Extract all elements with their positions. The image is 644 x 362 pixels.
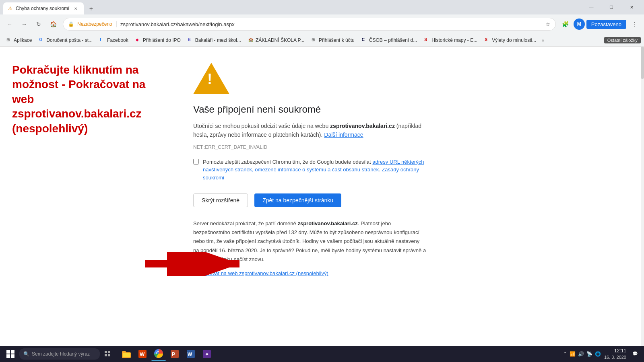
warning-triangle <box>193 63 229 94</box>
close-button[interactable]: ✕ <box>622 0 641 14</box>
bookmark-star-icon[interactable]: ☆ <box>545 21 551 27</box>
extensions-area: 🧩 <box>559 18 572 31</box>
svg-text:✦: ✦ <box>205 352 209 357</box>
menu-button[interactable]: ⋮ <box>628 18 641 31</box>
system-clock[interactable]: 12:11 16. 3. 2020 <box>604 348 626 360</box>
checkbox-label: Pomozte zlepšit zabezpečení Chromu tím, … <box>203 158 427 182</box>
privacy-checkbox-area: Pomozte zlepšit zabezpečení Chromu tím, … <box>193 158 427 182</box>
other-tabs-button[interactable]: Ostatní záložky <box>604 37 641 43</box>
windows-logo-icon <box>6 350 14 358</box>
task-view-button[interactable] <box>101 347 114 361</box>
bookmark-facebook[interactable]: f Facebook <box>97 36 132 45</box>
bookmark-label: Výlety do minulosti... <box>492 37 536 43</box>
bookmark-favicon: f <box>100 37 105 43</box>
taskbar-word[interactable]: W <box>184 347 198 361</box>
back-button[interactable]: ← <box>3 18 16 31</box>
tab-favicon: ⚠ <box>8 6 12 11</box>
address-input-wrap[interactable]: 🔒 Nezabezpečeno | zsprotivanov.bakalari.… <box>63 18 556 31</box>
page-content: Pokračujte kliknutím na možnost - Pokrač… <box>0 47 644 346</box>
extra-app-icon: ✦ <box>203 350 211 358</box>
bookmark-label: Bakaláři - mezi škol... <box>195 37 241 43</box>
bookmark-zs[interactable]: 🏫 ZÁKLADNÍ ŠKOLA P... <box>245 36 308 45</box>
active-tab[interactable]: ⚠ Chyba ochrany soukromí ✕ <box>3 2 84 14</box>
bookmark-favicon: ⊞ <box>6 37 12 43</box>
back-to-safety-button[interactable]: Zpět na bezpečnější stránku <box>254 193 341 207</box>
svg-rect-8 <box>123 353 130 357</box>
bookmark-posta[interactable]: G Doručená pošta - st... <box>36 36 96 45</box>
pause-button[interactable]: Pozastaveno <box>586 20 626 29</box>
file-explorer-icon <box>122 350 131 358</box>
refresh-button[interactable]: ↻ <box>32 18 45 31</box>
start-button[interactable] <box>3 347 18 361</box>
scrollbar[interactable] <box>641 47 644 346</box>
bookmarks-more-button[interactable]: » <box>542 38 544 43</box>
tab-close-button[interactable]: ✕ <box>72 5 79 12</box>
bookmark-favicon: 🏫 <box>248 37 254 43</box>
bookmark-ms-login[interactable]: ⊞ Přihlášení k účtu <box>308 36 358 45</box>
powerpoint-icon: P <box>171 350 179 358</box>
taskbar-file-explorer[interactable] <box>119 347 134 361</box>
office-icon: W <box>138 350 147 358</box>
bookmark-label: Historické mapy - E... <box>431 37 477 43</box>
bookmark-label: Přihlášení do IPO <box>143 37 181 43</box>
browser-chrome: ⚠ Chyba ochrany soukromí ✕ + — ☐ ✕ ← → ↻… <box>0 0 644 47</box>
new-tab-button[interactable]: + <box>85 3 97 14</box>
bookmark-label: Přihlášení k účtu <box>319 37 355 43</box>
up-arrow-icon[interactable]: ⌃ <box>563 351 567 357</box>
bookmark-aplikace[interactable]: ⊞ Aplikace <box>3 36 35 45</box>
taskbar-apps: W P W <box>119 347 214 361</box>
error-content: Vaše připojení není soukromé Útočníci se… <box>169 47 451 346</box>
error-body: Útočníci se mohou pokusit odcizit vaše ú… <box>193 121 427 140</box>
left-annotation-panel: Pokračujte kliknutím na možnost - Pokrač… <box>0 47 169 346</box>
url-display[interactable]: zsprotivanov.bakalari.cz/bakaweb/next/lo… <box>120 21 542 27</box>
forward-button[interactable]: → <box>18 18 31 31</box>
clock-time: 12:11 <box>604 348 626 354</box>
extended-text1: Server nedokázal prokázat, že patří domé… <box>193 220 297 226</box>
taskbar-extra[interactable]: ✦ <box>200 347 214 361</box>
bookmark-historicke[interactable]: S Historické mapy - E... <box>421 36 481 45</box>
maximize-button[interactable]: ☐ <box>602 0 621 14</box>
bookmark-favicon: ⊞ <box>312 37 317 43</box>
taskbar-chrome[interactable] <box>151 347 166 361</box>
security-label: Nezabezpečeno <box>77 21 112 27</box>
red-arrow-container <box>145 252 250 278</box>
bookmark-favicon: C <box>362 37 367 43</box>
taskbar-office[interactable]: W <box>135 347 150 361</box>
more-info-link[interactable]: Další informace <box>324 132 363 138</box>
url-separator: | <box>116 21 117 28</box>
bookmark-vylety[interactable]: S Výlety do minulosti... <box>481 36 539 45</box>
scrollbar-thumb[interactable] <box>641 47 644 79</box>
error-body-text1: Útočníci se mohou pokusit odcizit vaše ú… <box>193 123 330 129</box>
error-title: Vaše připojení není soukromé <box>193 104 321 115</box>
svg-rect-4 <box>105 354 107 356</box>
taskbar-powerpoint[interactable]: P <box>167 347 182 361</box>
bookmark-label: Aplikace <box>14 37 32 43</box>
svg-rect-3 <box>108 351 110 353</box>
home-button[interactable]: 🏠 <box>47 18 60 31</box>
hide-advanced-button[interactable]: Skrýt rozšířené <box>193 193 248 207</box>
taskbar: 🔍 Sem zadejte hledaný výraz W <box>0 346 644 362</box>
bookmark-favicon: ◆ <box>136 37 141 43</box>
svg-text:P: P <box>172 352 175 357</box>
svg-rect-5 <box>108 354 110 356</box>
svg-rect-2 <box>105 351 107 353</box>
search-icon: 🔍 <box>23 351 29 357</box>
title-bar: ⚠ Chyba ochrany soukromí ✕ + — ☐ ✕ <box>0 0 644 14</box>
bookmark-csob[interactable]: C ČSOB – přihlášení d... <box>359 36 420 45</box>
bookmark-bakalari[interactable]: B Bakaláři - mezi škol... <box>185 36 244 45</box>
network-icon: 📶 <box>570 351 576 357</box>
minimize-button[interactable]: — <box>582 0 601 14</box>
volume-icon[interactable]: 🔊 <box>578 351 584 357</box>
address-bar: ← → ↻ 🏠 🔒 Nezabezpečeno | zsprotivanov.b… <box>0 14 644 34</box>
notification-button[interactable]: 💬 <box>630 348 641 360</box>
privacy-checkbox[interactable] <box>193 159 199 165</box>
taskbar-search[interactable]: 🔍 Sem zadejte hledaný výraz <box>19 348 100 360</box>
system-tray: ⌃ 📶 🔊 📡 🌐 12:11 16. 3. 2020 💬 <box>563 348 641 360</box>
bookmark-ipo[interactable]: ◆ Přihlášení do IPO <box>132 36 184 45</box>
error-code: NET::ERR_CERT_DATE_INVALID <box>193 144 267 150</box>
profile-button[interactable]: M <box>574 19 585 30</box>
wifi-icon: 📡 <box>586 351 592 357</box>
tab-bar: ⚠ Chyba ochrany soukromí ✕ + <box>3 0 580 14</box>
bookmark-label: ZÁKLADNÍ ŠKOLA P... <box>256 37 304 43</box>
extensions-button[interactable]: 🧩 <box>559 18 572 31</box>
